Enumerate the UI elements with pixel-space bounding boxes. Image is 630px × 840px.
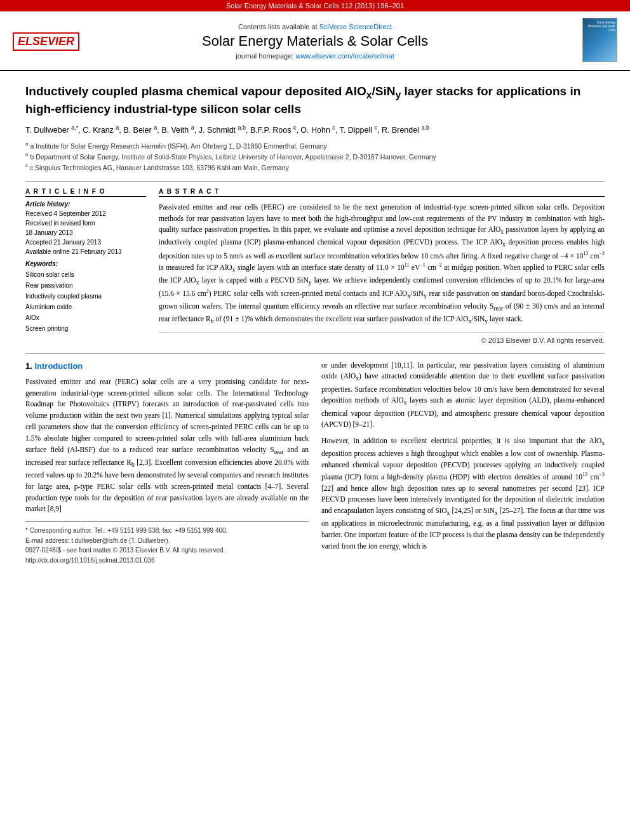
article-info-panel: A R T I C L E I N F O Article history: R… (25, 188, 146, 344)
journal-thumbnail: Solar Energy Materials and Solar Cells (573, 18, 617, 65)
homepage-label: journal homepage: (236, 52, 293, 60)
journal-top-bar: Solar Energy Materials & Solar Cells 112… (0, 0, 630, 11)
intro-para-1: Passivated emitter and rear (PERC) solar… (25, 377, 309, 515)
journal-title: Solar Energy Materials & Solar Cells (57, 33, 573, 50)
body-col-left: 1. Introduction Passivated emitter and r… (25, 360, 309, 566)
journal-citation: Solar Energy Materials & Solar Cells 112… (226, 2, 404, 10)
journal-cover-text: Solar Energy Materials and Solar Cells (583, 18, 617, 32)
history-label: Article history: (25, 201, 146, 208)
info-abstract-section: A R T I C L E I N F O Article history: R… (25, 181, 605, 344)
contents-line: Contents lists available at SciVerse Sci… (57, 23, 573, 30)
article-info-heading: A R T I C L E I N F O (25, 188, 146, 197)
footnote-email: E-mail address: t.dullweber@isfh.de (T. … (25, 536, 309, 546)
keywords-section: Keywords: Silicon solar cells Rear passi… (25, 260, 146, 334)
keyword-4: Aluminium oxide (25, 303, 72, 310)
keyword-5: AlOx (25, 314, 39, 321)
abstract-heading: A B S T R A C T (159, 188, 605, 197)
footnote-issn: 0927-0248/$ - see front matter © 2013 El… (25, 545, 309, 556)
intro-para-3: However, in addition to excellent electr… (321, 436, 605, 552)
keyword-3: Inductively coupled plasma (25, 293, 102, 300)
affiliations: a a Institute for Solar Energy Research … (25, 140, 605, 173)
affiliation-a: a Institute for Solar Energy Research Ha… (30, 142, 326, 149)
section1-number: 1. (25, 361, 32, 371)
homepage-url[interactable]: www.elsevier.com/locate/solmat (295, 52, 394, 60)
main-content: Inductively coupled plasma chemical vapo… (0, 71, 630, 578)
keywords-label: Keywords: (25, 260, 146, 267)
abstract-panel: A B S T R A C T Passivated emitter and r… (159, 188, 605, 344)
copyright-line: © 2013 Elsevier B.V. All rights reserved… (159, 332, 605, 344)
keyword-1: Silicon solar cells (25, 271, 74, 278)
journal-homepage: journal homepage: www.elsevier.com/locat… (57, 52, 573, 60)
affiliation-b: b Department of Solar Energy, Institute … (30, 153, 436, 161)
contents-label: Contents lists available at (238, 23, 318, 30)
footnote-doi: http://dx.doi.org/10.1016/j.solmat.2013.… (25, 556, 309, 566)
body-section: 1. Introduction Passivated emitter and r… (25, 353, 605, 566)
intro-para-2: or under development [10,11]. In particu… (321, 360, 605, 431)
sciencedirect-link[interactable]: SciVerse ScienceDirect (319, 23, 392, 30)
section1-heading: 1. Introduction (25, 360, 309, 373)
section1-title[interactable]: Introduction (34, 361, 83, 371)
body-two-col: 1. Introduction Passivated emitter and r… (25, 360, 605, 566)
affiliation-c: c Singulus Technologies AG, Hanauer Land… (30, 164, 289, 171)
elsevier-logo: ELSEVIER (13, 32, 57, 51)
keyword-2: Rear passivation (25, 282, 72, 289)
journal-cover-image: Solar Energy Materials and Solar Cells (582, 18, 617, 62)
article-title: Inductively coupled plasma chemical vapo… (25, 84, 605, 117)
header-center: Contents lists available at SciVerse Sci… (57, 23, 573, 60)
abstract-text: Passivated emitter and rear cells (PERC)… (159, 202, 605, 327)
keyword-6: Screen printing (25, 325, 68, 332)
footnote-corresponding: * Corresponding author. Tel.: +49 5151 9… (25, 526, 309, 536)
journal-header: ELSEVIER Contents lists available at Sci… (0, 11, 630, 71)
footnote-area: * Corresponding author. Tel.: +49 5151 9… (25, 521, 309, 565)
keywords-list: Silicon solar cells Rear passivation Ind… (25, 269, 146, 334)
received-date: Received 4 September 2012 Received in re… (25, 209, 146, 257)
body-col-right: or under development [10,11]. In particu… (321, 360, 605, 566)
authors-line: T. Dullweber a,*, C. Kranz a, B. Beier a… (25, 124, 605, 137)
